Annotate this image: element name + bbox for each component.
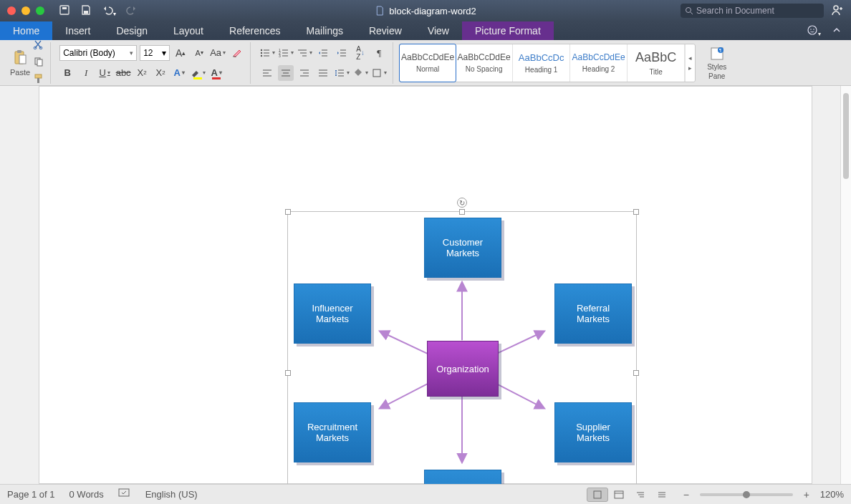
page[interactable]: Organization CustomerMarkets InfluencerM… — [39, 86, 812, 484]
tab-view[interactable]: View — [415, 21, 462, 40]
font-size-value: 12 — [143, 48, 153, 58]
web-layout-view[interactable] — [608, 488, 630, 502]
style-heading2[interactable]: AaBbCcDdEe Heading 2 — [570, 44, 628, 82]
tab-references[interactable]: References — [216, 21, 294, 40]
close-window[interactable] — [7, 6, 16, 15]
shading-icon[interactable]: ▾ — [352, 65, 368, 81]
style-no-spacing[interactable]: AaBbCcDdEe No Spacing — [456, 44, 513, 82]
tab-review[interactable]: Review — [356, 21, 415, 40]
underline-button[interactable]: U▾ — [97, 65, 112, 81]
node-organization[interactable]: Organization — [427, 341, 499, 397]
zoom-slider[interactable] — [700, 493, 793, 496]
zoom-slider-knob[interactable] — [743, 491, 750, 498]
quick-access-toolbar: ▾ — [59, 4, 138, 18]
italic-button[interactable]: I — [78, 65, 94, 81]
increase-indent-icon[interactable] — [334, 45, 350, 61]
node-referral[interactable]: ReferralMarkets — [554, 284, 632, 344]
style-preview: AaBbC — [635, 50, 676, 65]
feedback-icon[interactable]: ▾ — [807, 24, 821, 38]
tab-home[interactable]: Home — [0, 21, 52, 40]
sort-icon[interactable]: AZ↓ — [352, 45, 368, 61]
page-indicator[interactable]: Page 1 of 1 — [7, 489, 55, 500]
node-supplier[interactable]: SupplierMarkets — [554, 402, 632, 462]
superscript-button[interactable]: X2 — [153, 65, 168, 81]
node-internal[interactable]: InternalMarkets — [424, 470, 501, 484]
font-color-icon[interactable]: A▾ — [208, 65, 224, 81]
ribbon: Paste Calibri (Body)▾ 12▾ A▴ A▾ Aa▾ B I … — [0, 40, 851, 86]
node-influencer[interactable]: InfluencerMarkets — [294, 284, 371, 344]
rotate-handle[interactable] — [457, 198, 467, 208]
svg-line-63 — [495, 383, 544, 408]
view-buttons — [587, 488, 673, 502]
zoom-in-button[interactable]: + — [802, 489, 812, 500]
subscript-button[interactable]: X2 — [134, 65, 150, 81]
borders-icon[interactable]: ▾ — [371, 65, 387, 81]
styles-pane-button[interactable]: ¶ Styles Pane — [707, 46, 726, 80]
node-customer[interactable]: CustomerMarkets — [424, 218, 501, 278]
font-size-select[interactable]: 12▾ — [140, 45, 170, 61]
justify-icon[interactable] — [315, 65, 331, 81]
outline-view[interactable] — [630, 488, 651, 502]
share-icon[interactable] — [831, 4, 844, 19]
scrollbar-thumb[interactable] — [843, 93, 849, 179]
zoom-out-button[interactable]: − — [681, 489, 691, 500]
bullets-icon[interactable]: ▾ — [259, 45, 275, 61]
tab-insert[interactable]: Insert — [52, 21, 103, 40]
minimize-window[interactable] — [21, 6, 30, 15]
document-icon — [375, 6, 385, 16]
tab-layout[interactable]: Layout — [160, 21, 216, 40]
draft-view[interactable] — [651, 488, 673, 502]
highlight-icon[interactable]: ▾ — [190, 65, 206, 81]
style-normal[interactable]: AaBbCcDdEe Normal — [399, 44, 456, 82]
tab-picture-format[interactable]: Picture Format — [462, 21, 554, 40]
text-effects-icon[interactable]: A▾ — [171, 65, 187, 81]
bold-button[interactable]: B — [59, 65, 75, 81]
show-marks-icon[interactable]: ¶ — [371, 45, 387, 61]
search-input[interactable]: Search in Document — [681, 4, 824, 18]
copy-icon[interactable] — [33, 57, 44, 69]
language-indicator[interactable]: English (US) — [145, 489, 198, 500]
styles-more-icon[interactable]: ◂▸ — [685, 44, 695, 82]
svg-point-20 — [261, 52, 262, 53]
font-name-select[interactable]: Calibri (Body)▾ — [59, 45, 137, 61]
tab-design[interactable]: Design — [103, 21, 160, 40]
numbering-icon[interactable]: 123▾ — [278, 45, 294, 61]
decrease-font-icon[interactable]: A▾ — [191, 45, 207, 61]
align-left-icon[interactable] — [259, 65, 275, 81]
line-spacing-icon[interactable]: ▾ — [334, 65, 350, 81]
svg-rect-11 — [19, 55, 26, 64]
print-layout-view[interactable] — [587, 488, 608, 502]
decrease-indent-icon[interactable] — [315, 45, 331, 61]
style-title[interactable]: AaBbC Title — [628, 44, 685, 82]
collapse-ribbon-icon[interactable] — [831, 24, 842, 38]
redo-icon[interactable] — [126, 4, 138, 18]
format-painter-icon[interactable] — [33, 74, 44, 87]
multilevel-list-icon[interactable]: ▾ — [297, 45, 312, 61]
cut-icon[interactable] — [33, 39, 44, 52]
styles-gallery[interactable]: AaBbCcDdEe Normal AaBbCcDdEe No Spacing … — [399, 44, 696, 82]
clear-formatting-icon[interactable] — [229, 45, 244, 61]
tab-mailings[interactable]: Mailings — [294, 21, 356, 40]
vertical-scrollbar[interactable] — [840, 86, 851, 484]
maximize-window[interactable] — [36, 6, 44, 15]
align-center-icon[interactable] — [278, 65, 294, 81]
svg-text:¶: ¶ — [719, 48, 721, 52]
autosave-icon[interactable] — [59, 4, 70, 18]
increase-font-icon[interactable]: A▴ — [173, 45, 188, 61]
align-right-icon[interactable] — [297, 65, 312, 81]
zoom-level[interactable]: 120% — [820, 489, 844, 500]
svg-text:3: 3 — [279, 54, 281, 58]
style-heading1[interactable]: AaBbCcDc Heading 1 — [513, 44, 570, 82]
save-icon[interactable] — [80, 4, 92, 18]
node-label: Markets — [316, 314, 349, 324]
node-recruitment[interactable]: RecruitmentMarkets — [294, 402, 371, 462]
strike-button[interactable]: abc — [115, 65, 131, 81]
picture-selection[interactable]: Organization CustomerMarkets InfluencerM… — [287, 211, 637, 484]
change-case-icon[interactable]: Aa▾ — [210, 45, 226, 61]
node-label: Supplier — [576, 422, 610, 432]
paste-button[interactable]: Paste — [10, 49, 30, 77]
spellcheck-icon[interactable] — [118, 488, 131, 500]
node-label: Markets — [577, 314, 610, 324]
word-count[interactable]: 0 Words — [69, 489, 104, 500]
undo-icon[interactable]: ▾ — [102, 4, 116, 18]
